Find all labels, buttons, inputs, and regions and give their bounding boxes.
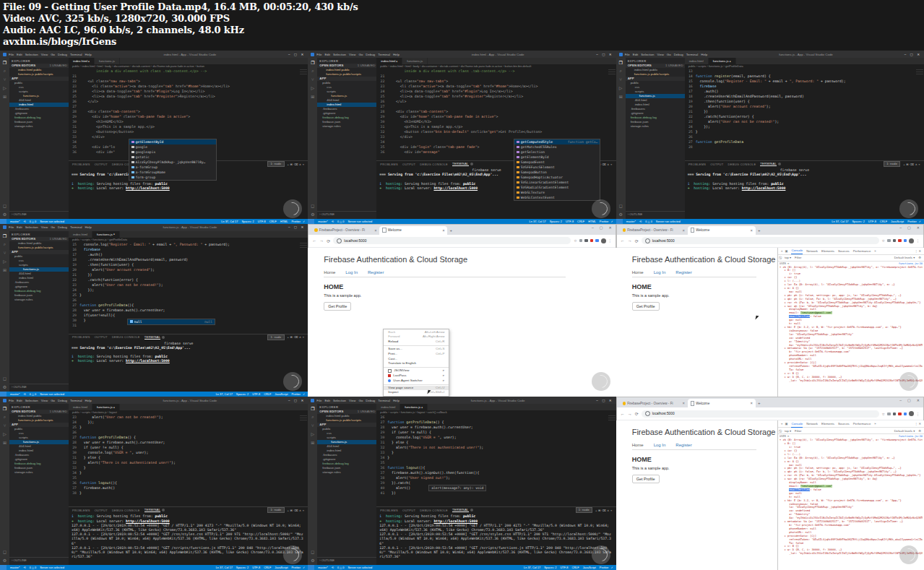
new-tab-button[interactable]: +: [756, 228, 763, 235]
menu-item[interactable]: Selection: [25, 225, 38, 229]
back-icon[interactable]: ←: [312, 238, 316, 243]
video-frame-3[interactable]: FileEditSelectionViewGoDebugTerminalHelp…: [616, 51, 924, 224]
minimap[interactable]: [300, 243, 307, 248]
menu-item[interactable]: File: [316, 399, 321, 402]
address-bar[interactable]: localhost:5000: [333, 237, 571, 244]
status-item[interactable]: ✓: [303, 566, 305, 569]
devtools-tab[interactable]: Console: [791, 420, 803, 428]
devtools-dock-icon[interactable]: ▣: [785, 249, 787, 253]
menu-item[interactable]: Help: [85, 53, 92, 56]
devtools-tab[interactable]: »: [874, 249, 876, 253]
back-icon[interactable]: ←: [621, 238, 625, 243]
editor-tabs[interactable]: index.htmlfunctions.js: [376, 404, 616, 410]
profile-avatar[interactable]: [909, 238, 914, 243]
status-item[interactable]: CRLF: [880, 220, 887, 223]
menu-item[interactable]: View: [41, 53, 48, 56]
editor-tabs[interactable]: index.htmlfunctions.js: [69, 231, 308, 238]
vscode-menubar[interactable]: FileEditSelectionViewGoDebugTerminalHelp: [316, 53, 400, 56]
menu-item[interactable]: Selection: [333, 53, 346, 56]
code-editor[interactable]: 1314function register(email, password) {…: [685, 69, 924, 160]
window-controls[interactable]: –▢✕: [587, 224, 616, 230]
panel-tab[interactable]: OUTPUT: [402, 509, 415, 512]
autocomplete-item[interactable]: google: [129, 144, 216, 150]
get-profile-button[interactable]: Get Profile: [324, 302, 351, 311]
editor-tab[interactable]: index.html: [376, 404, 400, 410]
devtools-tab[interactable]: Sources: [838, 249, 850, 253]
search-icon[interactable]: ⌕: [4, 69, 6, 74]
menu-item[interactable]: Help: [393, 399, 400, 402]
close-tab-icon[interactable]: ×: [374, 228, 376, 233]
autocomplete-item[interactable]: GamepadHapticActuator: [514, 175, 600, 180]
status-item[interactable]: master*: [10, 566, 20, 569]
window-control[interactable]: ▢: [907, 398, 911, 402]
menu-item[interactable]: Edit: [324, 53, 330, 56]
context-menu-item[interactable]: User-Agent Switcher▸: [384, 379, 449, 384]
editor-tabs[interactable]: index.htmlfunctions.js: [685, 58, 924, 64]
window-control[interactable]: –: [899, 225, 902, 230]
file-tree[interactable]: OPEN EDITORS1 UNSAVEDindex.html publicfu…: [9, 410, 69, 557]
status-item[interactable]: ⟲: [23, 566, 25, 569]
forward-icon[interactable]: →: [628, 412, 632, 416]
menu-item[interactable]: Terminal: [686, 53, 699, 56]
status-item[interactable]: Ln 37, Col 17: [530, 220, 546, 223]
panel-tab[interactable]: PROBLEMS: [72, 163, 90, 166]
get-profile-button[interactable]: Get Profile: [632, 302, 660, 311]
minimap[interactable]: [916, 69, 923, 74]
autocomplete-item[interactable]: GamepadButton: [514, 170, 600, 175]
panel-tab[interactable]: DEBUG CONSOLE: [112, 335, 140, 339]
extension-icon[interactable]: [887, 239, 891, 243]
menu-item[interactable]: Help: [393, 53, 400, 56]
window-control[interactable]: –: [592, 225, 594, 230]
window-control[interactable]: ▢: [600, 225, 603, 230]
panel-tab[interactable]: DEBUG CONSOLE: [420, 163, 448, 166]
menu-item[interactable]: Debug: [366, 53, 375, 56]
terminal-output[interactable]: firebase serve=== Serving from 'c:\Exerc…: [69, 340, 308, 392]
gear-icon[interactable]: ⚙: [311, 212, 314, 217]
nav-tab[interactable]: Register: [675, 443, 691, 447]
menu-item[interactable]: Edit: [324, 399, 330, 402]
status-item[interactable]: Prettier: [907, 220, 917, 223]
editor-tabs[interactable]: index.htmlfunctions.js: [69, 404, 308, 410]
autocomplete-item[interactable]: nullnull: [128, 319, 215, 324]
reload-icon[interactable]: ⟳: [635, 411, 639, 416]
status-item[interactable]: Prettier: [600, 220, 609, 223]
autocomplete-item[interactable]: AIzaSyCDeoyP7AdkRup-_jqkpVen9B7l0y…: [129, 160, 216, 165]
status-item[interactable]: 0 △ 0: [30, 392, 36, 396]
debug-icon[interactable]: ▷: [619, 85, 623, 90]
menu-item[interactable]: Edit: [17, 225, 22, 229]
reload-icon[interactable]: ⟳: [635, 238, 639, 243]
status-item[interactable]: ✓: [919, 220, 921, 223]
status-item[interactable]: Prettier: [292, 392, 301, 396]
remote-indicator[interactable]: [0, 565, 7, 570]
menu-item[interactable]: View: [41, 225, 48, 229]
account-icon[interactable]: ◻: [311, 549, 314, 554]
status-item[interactable]: CRLF: [577, 220, 584, 223]
language-mode[interactable]: JavaScript: [275, 566, 288, 569]
extension-icon[interactable]: [887, 413, 891, 416]
activity-bar[interactable]: ❐ ⌕ ⑂ ▷ ⊞ ◻ ⚙: [0, 58, 9, 219]
new-tab-button[interactable]: +: [756, 401, 763, 407]
context-menu-item[interactable]: BackAlt+Left Arrow: [384, 330, 449, 335]
video-frame-1[interactable]: FileEditSelectionViewGoDebugTerminalHelp…: [0, 51, 308, 224]
terminal-output[interactable]: firebase serve=== Serving from 'c:\Exerc…: [685, 167, 924, 219]
devtools-menu-icons[interactable]: ⋮ ✕: [915, 249, 921, 253]
context-menu-item[interactable]: Save as...Ctrl+S: [384, 347, 449, 352]
nav-tab[interactable]: Log In: [654, 443, 666, 447]
vscode-menubar[interactable]: FileEditSelectionViewGoDebugTerminalHelp: [9, 399, 92, 402]
extensions-icon[interactable]: ⊞: [3, 267, 7, 272]
context-menu-item[interactable]: LastPass▸: [384, 373, 449, 379]
window-controls[interactable]: – ▢ ✕: [596, 53, 613, 56]
language-mode[interactable]: JavaScript: [275, 392, 288, 396]
status-item[interactable]: Spaces: 2: [852, 220, 865, 223]
debug-icon[interactable]: ▷: [311, 85, 315, 90]
forward-icon[interactable]: →: [628, 238, 632, 243]
status-item[interactable]: 0 △ 0: [337, 566, 344, 569]
autocomplete-item[interactable]: WebGLContextEvent: [514, 195, 600, 200]
status-item[interactable]: ✓: [303, 220, 305, 223]
panel-tab[interactable]: OUTPUT: [402, 163, 415, 166]
status-item[interactable]: Ln 37, Col 17: [524, 566, 540, 569]
close-tab-icon[interactable]: ×: [683, 228, 685, 233]
devtools-tab[interactable]: Performance: [853, 249, 871, 253]
browser-tab-firebase-console[interactable]: FirebaseProject - Overview - Fi ×: [620, 399, 688, 407]
log-levels-select[interactable]: Default levels ▾: [894, 429, 915, 433]
